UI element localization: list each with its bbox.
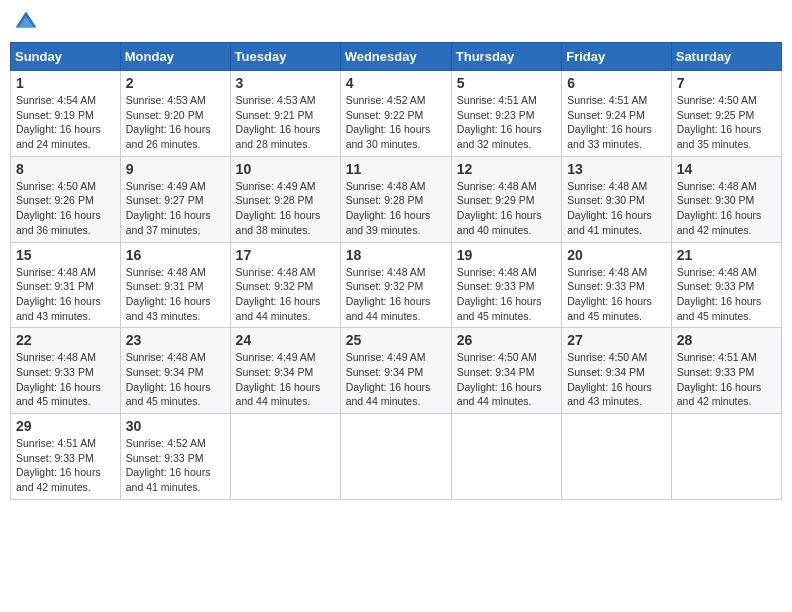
day-number: 17 bbox=[236, 247, 335, 263]
day-number: 21 bbox=[677, 247, 776, 263]
day-info: Sunrise: 4:49 AMSunset: 9:34 PMDaylight:… bbox=[346, 350, 446, 409]
calendar-week-4: 22Sunrise: 4:48 AMSunset: 9:33 PMDayligh… bbox=[11, 328, 782, 414]
day-info: Sunrise: 4:54 AMSunset: 9:19 PMDaylight:… bbox=[16, 93, 115, 152]
calendar-cell: 24Sunrise: 4:49 AMSunset: 9:34 PMDayligh… bbox=[230, 328, 340, 414]
day-info: Sunrise: 4:48 AMSunset: 9:34 PMDaylight:… bbox=[126, 350, 225, 409]
weekday-header-tuesday: Tuesday bbox=[230, 43, 340, 71]
calendar-cell: 11Sunrise: 4:48 AMSunset: 9:28 PMDayligh… bbox=[340, 156, 451, 242]
day-info: Sunrise: 4:48 AMSunset: 9:31 PMDaylight:… bbox=[16, 265, 115, 324]
day-number: 8 bbox=[16, 161, 115, 177]
calendar-cell: 14Sunrise: 4:48 AMSunset: 9:30 PMDayligh… bbox=[671, 156, 781, 242]
day-number: 20 bbox=[567, 247, 666, 263]
day-number: 6 bbox=[567, 75, 666, 91]
day-info: Sunrise: 4:49 AMSunset: 9:28 PMDaylight:… bbox=[236, 179, 335, 238]
weekday-header-thursday: Thursday bbox=[451, 43, 561, 71]
day-info: Sunrise: 4:50 AMSunset: 9:26 PMDaylight:… bbox=[16, 179, 115, 238]
weekday-header-wednesday: Wednesday bbox=[340, 43, 451, 71]
calendar-cell bbox=[340, 414, 451, 500]
day-number: 30 bbox=[126, 418, 225, 434]
calendar-cell: 16Sunrise: 4:48 AMSunset: 9:31 PMDayligh… bbox=[120, 242, 230, 328]
calendar-cell: 1Sunrise: 4:54 AMSunset: 9:19 PMDaylight… bbox=[11, 71, 121, 157]
day-number: 28 bbox=[677, 332, 776, 348]
day-number: 11 bbox=[346, 161, 446, 177]
day-number: 13 bbox=[567, 161, 666, 177]
day-info: Sunrise: 4:48 AMSunset: 9:32 PMDaylight:… bbox=[236, 265, 335, 324]
day-number: 2 bbox=[126, 75, 225, 91]
calendar-cell: 5Sunrise: 4:51 AMSunset: 9:23 PMDaylight… bbox=[451, 71, 561, 157]
calendar-cell: 12Sunrise: 4:48 AMSunset: 9:29 PMDayligh… bbox=[451, 156, 561, 242]
calendar-cell: 22Sunrise: 4:48 AMSunset: 9:33 PMDayligh… bbox=[11, 328, 121, 414]
day-number: 22 bbox=[16, 332, 115, 348]
day-info: Sunrise: 4:48 AMSunset: 9:33 PMDaylight:… bbox=[677, 265, 776, 324]
calendar-cell: 3Sunrise: 4:53 AMSunset: 9:21 PMDaylight… bbox=[230, 71, 340, 157]
day-number: 5 bbox=[457, 75, 556, 91]
calendar-cell: 25Sunrise: 4:49 AMSunset: 9:34 PMDayligh… bbox=[340, 328, 451, 414]
calendar-cell: 28Sunrise: 4:51 AMSunset: 9:33 PMDayligh… bbox=[671, 328, 781, 414]
weekday-header-friday: Friday bbox=[562, 43, 672, 71]
day-number: 7 bbox=[677, 75, 776, 91]
calendar-cell: 19Sunrise: 4:48 AMSunset: 9:33 PMDayligh… bbox=[451, 242, 561, 328]
calendar-cell: 8Sunrise: 4:50 AMSunset: 9:26 PMDaylight… bbox=[11, 156, 121, 242]
day-number: 24 bbox=[236, 332, 335, 348]
day-number: 3 bbox=[236, 75, 335, 91]
calendar-cell: 26Sunrise: 4:50 AMSunset: 9:34 PMDayligh… bbox=[451, 328, 561, 414]
day-info: Sunrise: 4:50 AMSunset: 9:34 PMDaylight:… bbox=[457, 350, 556, 409]
day-info: Sunrise: 4:48 AMSunset: 9:33 PMDaylight:… bbox=[457, 265, 556, 324]
calendar-cell: 15Sunrise: 4:48 AMSunset: 9:31 PMDayligh… bbox=[11, 242, 121, 328]
calendar-cell: 10Sunrise: 4:49 AMSunset: 9:28 PMDayligh… bbox=[230, 156, 340, 242]
calendar-cell: 21Sunrise: 4:48 AMSunset: 9:33 PMDayligh… bbox=[671, 242, 781, 328]
logo bbox=[14, 10, 42, 34]
day-info: Sunrise: 4:50 AMSunset: 9:25 PMDaylight:… bbox=[677, 93, 776, 152]
day-info: Sunrise: 4:48 AMSunset: 9:28 PMDaylight:… bbox=[346, 179, 446, 238]
calendar-cell: 13Sunrise: 4:48 AMSunset: 9:30 PMDayligh… bbox=[562, 156, 672, 242]
day-number: 12 bbox=[457, 161, 556, 177]
day-number: 1 bbox=[16, 75, 115, 91]
calendar-week-5: 29Sunrise: 4:51 AMSunset: 9:33 PMDayligh… bbox=[11, 414, 782, 500]
day-number: 18 bbox=[346, 247, 446, 263]
day-number: 29 bbox=[16, 418, 115, 434]
day-info: Sunrise: 4:48 AMSunset: 9:29 PMDaylight:… bbox=[457, 179, 556, 238]
calendar-cell bbox=[451, 414, 561, 500]
calendar-cell: 9Sunrise: 4:49 AMSunset: 9:27 PMDaylight… bbox=[120, 156, 230, 242]
weekday-header-sunday: Sunday bbox=[11, 43, 121, 71]
day-info: Sunrise: 4:48 AMSunset: 9:33 PMDaylight:… bbox=[567, 265, 666, 324]
calendar-cell bbox=[562, 414, 672, 500]
calendar-cell: 18Sunrise: 4:48 AMSunset: 9:32 PMDayligh… bbox=[340, 242, 451, 328]
day-number: 4 bbox=[346, 75, 446, 91]
calendar-cell: 17Sunrise: 4:48 AMSunset: 9:32 PMDayligh… bbox=[230, 242, 340, 328]
calendar-cell bbox=[671, 414, 781, 500]
calendar-cell: 6Sunrise: 4:51 AMSunset: 9:24 PMDaylight… bbox=[562, 71, 672, 157]
day-info: Sunrise: 4:51 AMSunset: 9:33 PMDaylight:… bbox=[16, 436, 115, 495]
day-info: Sunrise: 4:53 AMSunset: 9:20 PMDaylight:… bbox=[126, 93, 225, 152]
calendar-week-3: 15Sunrise: 4:48 AMSunset: 9:31 PMDayligh… bbox=[11, 242, 782, 328]
day-number: 15 bbox=[16, 247, 115, 263]
day-number: 23 bbox=[126, 332, 225, 348]
calendar-cell: 27Sunrise: 4:50 AMSunset: 9:34 PMDayligh… bbox=[562, 328, 672, 414]
calendar-cell: 4Sunrise: 4:52 AMSunset: 9:22 PMDaylight… bbox=[340, 71, 451, 157]
day-number: 27 bbox=[567, 332, 666, 348]
calendar-cell: 7Sunrise: 4:50 AMSunset: 9:25 PMDaylight… bbox=[671, 71, 781, 157]
calendar-cell: 29Sunrise: 4:51 AMSunset: 9:33 PMDayligh… bbox=[11, 414, 121, 500]
page-header bbox=[10, 10, 782, 34]
day-number: 10 bbox=[236, 161, 335, 177]
day-number: 16 bbox=[126, 247, 225, 263]
day-info: Sunrise: 4:49 AMSunset: 9:27 PMDaylight:… bbox=[126, 179, 225, 238]
calendar-header-row: SundayMondayTuesdayWednesdayThursdayFrid… bbox=[11, 43, 782, 71]
calendar-cell bbox=[230, 414, 340, 500]
calendar-cell: 30Sunrise: 4:52 AMSunset: 9:33 PMDayligh… bbox=[120, 414, 230, 500]
day-info: Sunrise: 4:52 AMSunset: 9:33 PMDaylight:… bbox=[126, 436, 225, 495]
day-info: Sunrise: 4:52 AMSunset: 9:22 PMDaylight:… bbox=[346, 93, 446, 152]
day-number: 9 bbox=[126, 161, 225, 177]
calendar-table: SundayMondayTuesdayWednesdayThursdayFrid… bbox=[10, 42, 782, 500]
calendar-week-2: 8Sunrise: 4:50 AMSunset: 9:26 PMDaylight… bbox=[11, 156, 782, 242]
calendar-week-1: 1Sunrise: 4:54 AMSunset: 9:19 PMDaylight… bbox=[11, 71, 782, 157]
weekday-header-saturday: Saturday bbox=[671, 43, 781, 71]
calendar-cell: 20Sunrise: 4:48 AMSunset: 9:33 PMDayligh… bbox=[562, 242, 672, 328]
weekday-header-monday: Monday bbox=[120, 43, 230, 71]
calendar-cell: 2Sunrise: 4:53 AMSunset: 9:20 PMDaylight… bbox=[120, 71, 230, 157]
day-info: Sunrise: 4:53 AMSunset: 9:21 PMDaylight:… bbox=[236, 93, 335, 152]
day-info: Sunrise: 4:51 AMSunset: 9:24 PMDaylight:… bbox=[567, 93, 666, 152]
day-info: Sunrise: 4:48 AMSunset: 9:30 PMDaylight:… bbox=[567, 179, 666, 238]
day-info: Sunrise: 4:48 AMSunset: 9:32 PMDaylight:… bbox=[346, 265, 446, 324]
day-info: Sunrise: 4:50 AMSunset: 9:34 PMDaylight:… bbox=[567, 350, 666, 409]
